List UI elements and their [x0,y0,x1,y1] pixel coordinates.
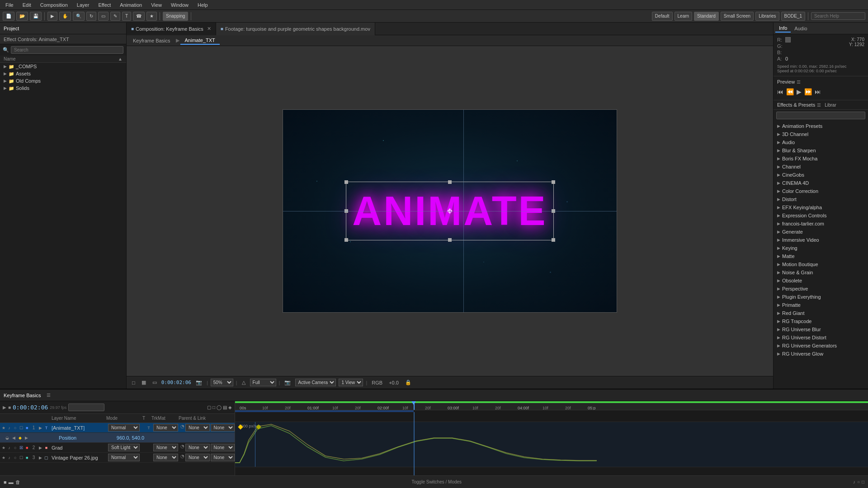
effect-item-4[interactable]: ▶Boris FX Mocha [774,155,868,163]
effect-item-8[interactable]: ▶Color Correction [774,187,868,195]
layer-1-link-icon[interactable]: ◔ [180,424,184,432]
tl-draft-btn[interactable]: ▬ [9,479,14,485]
menu-help[interactable]: Help [196,1,210,9]
layer-3-link-icon[interactable]: ◔ [180,454,184,461]
layer-3-trkmat-select[interactable]: None [153,454,178,461]
menu-composition[interactable]: Composition [38,1,70,9]
layer-3-lock[interactable]: ☐ [19,455,24,460]
brush-tool[interactable]: ☎ [133,12,145,21]
snapping-btn[interactable]: Snapping [163,12,188,21]
layer-2-parent-select[interactable]: None [185,444,210,451]
effect-item-15[interactable]: ▶Keying [774,244,868,252]
layer-2-color-label[interactable]: ■ [24,446,29,450]
effect-item-12[interactable]: ▶francois-tarlier.com [774,220,868,228]
layer-2-audio[interactable]: ♪ [7,446,12,450]
position-keyframe-nav-left[interactable]: ◀ [11,436,16,440]
layer-1-visibility[interactable]: ★ [1,426,6,430]
layer-3-link-select[interactable]: None [211,454,235,461]
menu-animation[interactable]: Animation [118,1,144,9]
layer-2-link-icon[interactable]: ◔ [180,444,184,451]
prev-play-btn[interactable]: ▶ [797,88,802,95]
new-project-btn[interactable]: 📄 [3,12,14,21]
tl-keyframe-btn[interactable]: ◈ [228,405,232,410]
position-stopwatch[interactable]: ◒ [5,436,10,440]
menu-edit[interactable]: Edit [21,1,33,9]
project-item-old-comps[interactable]: ▶ 📁 Old Comps [0,77,126,84]
prev-first-btn[interactable]: ⏮ [777,88,783,95]
layer-1-audio[interactable]: ♪ [7,426,12,430]
layer-3-parent-select[interactable]: None [185,454,210,461]
layer-1-t-icon[interactable]: T [147,426,150,430]
project-search-input[interactable] [11,46,123,54]
libraries-tab[interactable]: Librar [825,103,836,108]
resolution-select[interactable]: FullHalfQuarter [250,379,276,386]
effects-menu-icon[interactable]: ☰ [817,103,821,108]
layer-3-expand[interactable]: ▶ [38,455,43,460]
menu-layer[interactable]: Layer [75,1,91,9]
effect-item-24[interactable]: ▶RG Trapcode [774,317,868,325]
vc-camera-btn[interactable]: 📷 [283,379,292,386]
tl-bottom-icon-1[interactable]: ♪ [853,479,855,484]
layer-1-link-select[interactable]: None [211,424,235,432]
tl-icon-2[interactable]: ■ [8,405,11,410]
tl-bottom-icon-3[interactable]: □ [862,479,864,484]
effect-item-26[interactable]: ▶RG Universe Distort [774,333,868,342]
project-tab[interactable]: Project [4,26,19,31]
effect-item-0[interactable]: ▶Animation Presets [774,122,868,130]
tl-icon-1[interactable]: ▶ [3,405,6,410]
tl-comment-btn[interactable]: □ [212,405,215,410]
layer-2-visibility[interactable]: ★ [1,446,6,450]
effect-item-28[interactable]: ▶RG Universe Glow [774,350,868,358]
menu-window[interactable]: Window [169,1,190,9]
layer-2-expand[interactable]: ▶ [38,446,43,450]
tl-solo-btn[interactable]: ▢ [207,405,211,410]
layer-1-lock[interactable]: ☐ [19,426,24,430]
comp-tab-close[interactable]: ✕ [207,26,211,32]
layer-3-color-label[interactable]: ■ [24,455,29,460]
layer-2-solo[interactable]: ○ [13,446,18,450]
effect-item-27[interactable]: ▶RG Universe Generators [774,342,868,350]
toggle-switches-modes[interactable]: Toggle Switches / Modes [411,479,462,484]
layer-row-1[interactable]: ★ ♪ ○ ☐ ■ 1 ▶ T [Animate_TXT] NormalSoft… [0,423,235,433]
workspace-small-screen[interactable]: Small Screen [721,12,754,21]
prev-back-btn[interactable]: ⏪ [786,88,794,95]
layer-3-solo[interactable]: ○ [13,455,18,460]
project-item-assets[interactable]: ▶ 📁 Assets [0,70,126,77]
menu-file[interactable]: File [4,1,15,9]
project-item-solids[interactable]: ▶ 📁 Solids [0,84,126,92]
camera-select[interactable]: Active Camera [295,379,336,386]
tl-trash-btn[interactable]: 🗑 [15,479,20,485]
effect-item-22[interactable]: ▶Primatte [774,301,868,309]
layer-row-2[interactable]: ★ ♪ ○ ☒ ■ 2 ▶ ■ Grad Soft LightNormal [0,443,235,453]
select-tool[interactable]: ▶ [47,12,57,21]
workspace-learn[interactable]: Learn [675,12,693,21]
vc-rendering-btn[interactable]: △ [240,379,247,386]
zoom-select[interactable]: 50%100%25% [211,379,233,386]
effect-item-5[interactable]: ▶Channel [774,163,868,171]
layer-2-trkmat-select[interactable]: None [153,444,178,451]
position-keyframe-add[interactable]: ◆ [17,436,23,440]
effect-item-6[interactable]: ▶CineGobs [774,171,868,179]
layer-1-color-label[interactable]: ■ [24,426,29,430]
open-btn[interactable]: 📂 [16,12,28,21]
text-tool[interactable]: T [122,12,131,21]
info-tab[interactable]: Info [775,24,791,33]
rotate-tool[interactable]: ↻ [86,12,96,21]
footage-tab[interactable]: ■ Footage: turquoise and purple geometri… [216,23,375,35]
prev-forward-btn[interactable]: ⏩ [804,88,812,95]
clone-tool[interactable]: ★ [146,12,157,21]
layer-3-audio[interactable]: ♪ [7,455,12,460]
layer-1-expand[interactable]: ▶ [38,426,43,430]
effect-item-7[interactable]: ▶CINEMA 4D [774,179,868,187]
effect-item-2[interactable]: ▶Audio [774,138,868,146]
effect-item-21[interactable]: ▶Plugin Everything [774,293,868,301]
vc-exposure-btn[interactable]: +0.0 [387,379,401,386]
vc-channel-btn[interactable]: RGB [370,379,384,386]
layer-1-mode-select[interactable]: NormalSoft Light [108,424,140,432]
sub-tab-keyframe-basics[interactable]: Keyframe Basics [128,37,175,44]
hand-tool[interactable]: ✋ [59,12,71,21]
layer-1-trkmat-select[interactable]: None [153,424,178,432]
menu-view[interactable]: View [149,1,164,9]
layer-3-mode-select[interactable]: Normal [108,454,140,461]
layer-1-solo[interactable]: ○ [13,426,18,430]
